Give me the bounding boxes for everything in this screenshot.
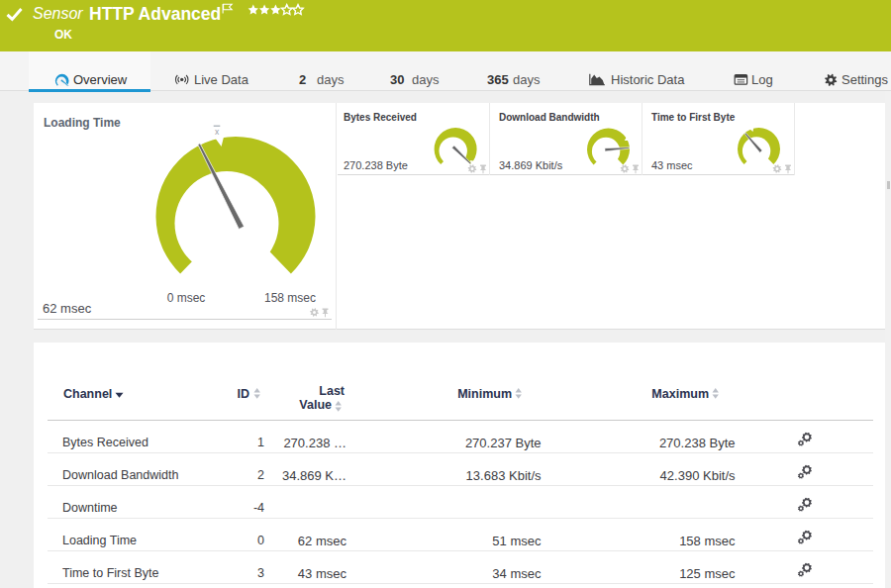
svg-text:x: x — [215, 127, 220, 137]
